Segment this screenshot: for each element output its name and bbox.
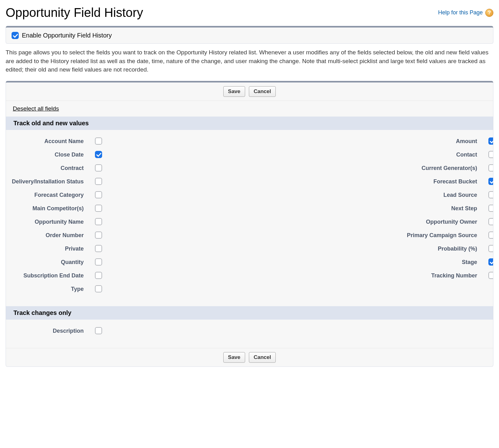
field-row-type: Type bbox=[6, 283, 249, 296]
save-button[interactable]: Save bbox=[223, 86, 245, 97]
cancel-button-bottom[interactable]: Cancel bbox=[249, 352, 276, 363]
field-label-quantity: Quantity bbox=[6, 258, 95, 266]
field-checkbox-description[interactable] bbox=[95, 327, 102, 334]
deselect-row: Deselect all fields bbox=[6, 101, 493, 117]
field-label-opportunity-owner: Opportunity Owner bbox=[249, 218, 488, 225]
field-checkbox-subscription-end-date[interactable] bbox=[95, 272, 102, 279]
field-checkbox-stage[interactable] bbox=[488, 258, 493, 266]
field-row-opportunity-name: Opportunity Name bbox=[6, 216, 249, 229]
field-row-contact: Contact bbox=[249, 148, 493, 162]
field-checkbox-account-name[interactable] bbox=[95, 137, 102, 145]
field-label-order-number: Order Number bbox=[6, 231, 95, 239]
field-label-amount: Amount bbox=[249, 137, 488, 145]
help-icon: ? bbox=[485, 9, 493, 17]
track-changes-fields: Description bbox=[6, 320, 493, 348]
field-row-next-step: Next Step bbox=[249, 202, 493, 216]
field-row-main-competitors: Main Competitor(s) bbox=[6, 202, 249, 216]
enable-checkbox[interactable] bbox=[12, 32, 19, 39]
field-row-lead-source: Lead Source bbox=[249, 189, 493, 202]
field-row-primary-campaign-source: Primary Campaign Source bbox=[249, 229, 493, 242]
field-label-subscription-end-date: Subscription End Date bbox=[6, 272, 95, 279]
field-checkbox-probability[interactable] bbox=[488, 245, 493, 252]
field-label-primary-campaign-source: Primary Campaign Source bbox=[249, 231, 488, 239]
field-row-forecast-bucket: Forecast Bucket bbox=[249, 175, 493, 189]
field-row-tracking-number: Tracking Number bbox=[249, 269, 493, 283]
field-checkbox-forecast-bucket[interactable] bbox=[488, 178, 493, 185]
field-checkbox-close-date[interactable] bbox=[95, 151, 102, 158]
field-checkbox-current-generators[interactable] bbox=[488, 164, 493, 172]
field-row-close-date: Close Date bbox=[6, 148, 249, 162]
field-checkbox-contact[interactable] bbox=[488, 151, 493, 158]
field-label-contract: Contract bbox=[6, 164, 95, 172]
save-button-bottom[interactable]: Save bbox=[223, 352, 245, 363]
field-row-current-generators: Current Generator(s) bbox=[249, 162, 493, 175]
field-label-opportunity-name: Opportunity Name bbox=[6, 218, 95, 225]
field-checkbox-private[interactable] bbox=[95, 245, 102, 252]
button-row-top: Save Cancel bbox=[6, 82, 493, 101]
field-label-forecast-category: Forecast Category bbox=[6, 191, 95, 198]
enable-label[interactable]: Enable Opportunity Field History bbox=[22, 32, 112, 39]
page-description: This page allows you to select the field… bbox=[6, 48, 493, 74]
field-row-account-name: Account Name bbox=[6, 135, 249, 148]
field-label-description: Description bbox=[6, 327, 95, 334]
field-label-stage: Stage bbox=[249, 258, 488, 266]
field-label-private: Private bbox=[6, 245, 95, 252]
field-label-close-date: Close Date bbox=[6, 151, 95, 158]
field-row-amount: Amount bbox=[249, 135, 493, 148]
field-checkbox-order-number[interactable] bbox=[95, 231, 102, 239]
section-track-changes-header: Track changes only bbox=[6, 306, 493, 320]
field-checkbox-delivery-installation-status[interactable] bbox=[95, 178, 102, 185]
enable-panel: Enable Opportunity Field History bbox=[6, 26, 493, 44]
field-row-opportunity-owner: Opportunity Owner bbox=[249, 216, 493, 229]
field-checkbox-lead-source[interactable] bbox=[488, 191, 493, 198]
field-row-order-number: Order Number bbox=[6, 229, 249, 242]
fields-panel: Save Cancel Deselect all fields Track ol… bbox=[6, 81, 493, 367]
field-row-contract: Contract bbox=[6, 162, 249, 175]
field-row-private: Private bbox=[6, 242, 249, 256]
field-checkbox-opportunity-name[interactable] bbox=[95, 218, 102, 225]
field-checkbox-contract[interactable] bbox=[95, 164, 102, 172]
help-link[interactable]: Help for this Page ? bbox=[438, 9, 493, 17]
field-label-contact: Contact bbox=[249, 151, 488, 158]
field-label-account-name: Account Name bbox=[6, 137, 95, 145]
field-label-forecast-bucket: Forecast Bucket bbox=[249, 178, 488, 185]
section-track-values-header: Track old and new values bbox=[6, 117, 493, 130]
field-label-current-generators: Current Generator(s) bbox=[249, 164, 488, 172]
field-label-type: Type bbox=[6, 285, 95, 292]
field-row-description: Description bbox=[6, 325, 249, 338]
field-row-stage: Stage bbox=[249, 256, 493, 269]
field-checkbox-type[interactable] bbox=[95, 285, 102, 292]
field-checkbox-primary-campaign-source[interactable] bbox=[488, 231, 493, 239]
deselect-all-link[interactable]: Deselect all fields bbox=[13, 105, 59, 112]
field-label-main-competitors: Main Competitor(s) bbox=[6, 205, 95, 212]
field-checkbox-opportunity-owner[interactable] bbox=[488, 218, 493, 225]
field-label-lead-source: Lead Source bbox=[249, 191, 488, 198]
field-row-delivery-installation-status: Delivery/Installation Status bbox=[6, 175, 249, 189]
cancel-button[interactable]: Cancel bbox=[249, 86, 276, 97]
field-checkbox-main-competitors[interactable] bbox=[95, 205, 102, 212]
page-title: Opportunity Field History bbox=[6, 6, 143, 20]
field-checkbox-forecast-category[interactable] bbox=[95, 191, 102, 198]
button-row-bottom: Save Cancel bbox=[6, 348, 493, 366]
field-label-probability: Probability (%) bbox=[249, 245, 488, 252]
track-values-fields: Account NameClose DateContractDelivery/I… bbox=[6, 130, 493, 306]
field-row-probability: Probability (%) bbox=[249, 242, 493, 256]
field-row-forecast-category: Forecast Category bbox=[6, 189, 249, 202]
field-label-tracking-number: Tracking Number bbox=[249, 272, 488, 279]
field-checkbox-quantity[interactable] bbox=[95, 258, 102, 266]
field-row-subscription-end-date: Subscription End Date bbox=[6, 269, 249, 283]
field-checkbox-next-step[interactable] bbox=[488, 205, 493, 212]
field-label-delivery-installation-status: Delivery/Installation Status bbox=[6, 178, 95, 185]
field-checkbox-amount[interactable] bbox=[488, 137, 493, 145]
field-checkbox-tracking-number[interactable] bbox=[488, 272, 493, 279]
field-label-next-step: Next Step bbox=[249, 205, 488, 212]
help-label: Help for this Page bbox=[438, 9, 483, 16]
field-row-quantity: Quantity bbox=[6, 256, 249, 269]
